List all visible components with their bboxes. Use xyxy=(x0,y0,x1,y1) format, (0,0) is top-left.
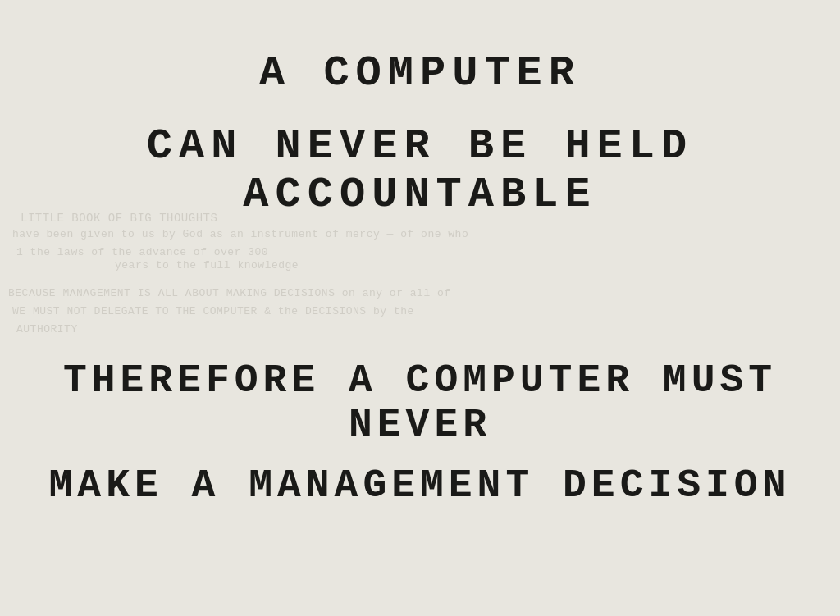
page-background: LITTLE BOOK OF BIG THOUGHTS have been gi… xyxy=(0,0,840,616)
line4-text: MAKE A MANAGEMENT DECISION xyxy=(49,463,792,508)
main-content: A COMPUTER CAN NEVER BE HELD ACCOUNTABLE… xyxy=(0,0,840,616)
line3-text: THEREFORE A COMPUTER MUST NEVER xyxy=(0,358,840,447)
line2-text: CAN NEVER BE HELD ACCOUNTABLE xyxy=(0,122,840,219)
line1-text: A COMPUTER xyxy=(259,49,581,98)
